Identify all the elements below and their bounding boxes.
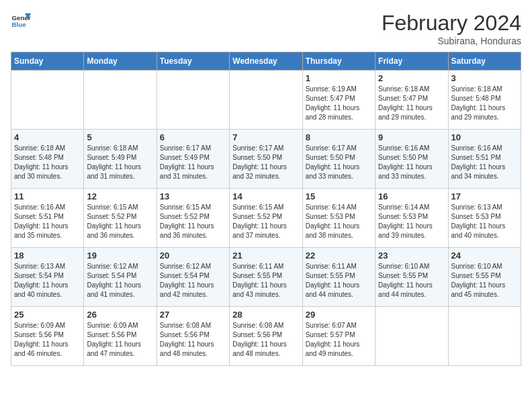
calendar-cell: 18Sunrise: 6:13 AM Sunset: 5:54 PM Dayli… xyxy=(11,248,84,307)
day-number: 15 xyxy=(306,191,372,201)
month-title: February 2024 xyxy=(382,11,521,36)
day-header-thursday: Thursday xyxy=(302,52,375,71)
day-number: 14 xyxy=(232,191,299,201)
day-number: 22 xyxy=(306,250,372,261)
day-info: Sunrise: 6:16 AM Sunset: 5:50 PM Dayligh… xyxy=(378,144,445,181)
calendar-cell: 28Sunrise: 6:08 AM Sunset: 5:56 PM Dayli… xyxy=(230,307,302,366)
calendar-cell: 9Sunrise: 6:16 AM Sunset: 5:50 PM Daylig… xyxy=(375,130,448,189)
logo-icon: General Blue xyxy=(11,11,31,31)
calendar-cell: 5Sunrise: 6:18 AM Sunset: 5:49 PM Daylig… xyxy=(84,130,157,189)
day-number: 8 xyxy=(306,132,372,142)
day-info: Sunrise: 6:13 AM Sunset: 5:53 PM Dayligh… xyxy=(451,203,518,240)
calendar-cell: 23Sunrise: 6:10 AM Sunset: 5:55 PM Dayli… xyxy=(375,248,448,307)
calendar-cell xyxy=(11,71,84,130)
week-row-5: 25Sunrise: 6:09 AM Sunset: 5:56 PM Dayli… xyxy=(11,307,521,366)
day-info: Sunrise: 6:09 AM Sunset: 5:56 PM Dayligh… xyxy=(14,321,81,359)
week-row-4: 18Sunrise: 6:13 AM Sunset: 5:54 PM Dayli… xyxy=(11,248,521,307)
calendar-cell: 29Sunrise: 6:07 AM Sunset: 5:57 PM Dayli… xyxy=(302,307,375,366)
svg-text:Blue: Blue xyxy=(12,21,27,28)
calendar-table: SundayMondayTuesdayWednesdayThursdayFrid… xyxy=(11,52,521,366)
day-number: 4 xyxy=(14,132,81,142)
day-number: 21 xyxy=(232,250,299,261)
calendar-cell: 25Sunrise: 6:09 AM Sunset: 5:56 PM Dayli… xyxy=(11,307,84,366)
day-number: 23 xyxy=(378,250,445,261)
day-header-wednesday: Wednesday xyxy=(230,52,302,71)
day-info: Sunrise: 6:18 AM Sunset: 5:48 PM Dayligh… xyxy=(14,144,81,181)
day-header-tuesday: Tuesday xyxy=(157,52,229,71)
day-number: 2 xyxy=(378,73,445,83)
title-block: February 2024 Subirana, Honduras xyxy=(382,11,521,46)
day-number: 9 xyxy=(378,132,445,142)
day-info: Sunrise: 6:07 AM Sunset: 5:57 PM Dayligh… xyxy=(306,321,372,359)
day-header-saturday: Saturday xyxy=(448,52,521,71)
day-info: Sunrise: 6:14 AM Sunset: 5:53 PM Dayligh… xyxy=(378,203,445,240)
day-number: 3 xyxy=(451,73,518,83)
day-info: Sunrise: 6:16 AM Sunset: 5:51 PM Dayligh… xyxy=(451,144,518,181)
day-number: 16 xyxy=(378,191,445,201)
calendar-cell: 20Sunrise: 6:12 AM Sunset: 5:54 PM Dayli… xyxy=(157,248,229,307)
day-info: Sunrise: 6:17 AM Sunset: 5:50 PM Dayligh… xyxy=(306,144,372,181)
day-header-friday: Friday xyxy=(375,52,448,71)
day-number: 11 xyxy=(14,191,81,201)
calendar-cell xyxy=(84,71,157,130)
calendar-cell: 21Sunrise: 6:11 AM Sunset: 5:55 PM Dayli… xyxy=(230,248,302,307)
calendar-cell: 22Sunrise: 6:11 AM Sunset: 5:55 PM Dayli… xyxy=(302,248,375,307)
day-number: 28 xyxy=(232,310,299,320)
day-info: Sunrise: 6:18 AM Sunset: 5:49 PM Dayligh… xyxy=(87,144,153,181)
calendar-cell: 17Sunrise: 6:13 AM Sunset: 5:53 PM Dayli… xyxy=(448,189,521,248)
calendar-cell xyxy=(448,307,521,366)
week-row-1: 1Sunrise: 6:19 AM Sunset: 5:47 PM Daylig… xyxy=(11,71,521,130)
calendar-cell: 3Sunrise: 6:18 AM Sunset: 5:48 PM Daylig… xyxy=(448,71,521,130)
logo: General Blue xyxy=(11,11,31,31)
day-info: Sunrise: 6:19 AM Sunset: 5:47 PM Dayligh… xyxy=(306,85,372,122)
calendar-cell: 19Sunrise: 6:12 AM Sunset: 5:54 PM Dayli… xyxy=(84,248,157,307)
location-subtitle: Subirana, Honduras xyxy=(382,36,521,46)
day-info: Sunrise: 6:17 AM Sunset: 5:49 PM Dayligh… xyxy=(160,144,226,181)
calendar-cell: 16Sunrise: 6:14 AM Sunset: 5:53 PM Dayli… xyxy=(375,189,448,248)
day-number: 19 xyxy=(87,250,153,261)
calendar-cell: 7Sunrise: 6:17 AM Sunset: 5:50 PM Daylig… xyxy=(230,130,302,189)
calendar-cell: 27Sunrise: 6:08 AM Sunset: 5:56 PM Dayli… xyxy=(157,307,229,366)
calendar-cell xyxy=(157,71,229,130)
day-number: 20 xyxy=(160,250,226,261)
day-number: 17 xyxy=(451,191,518,201)
week-row-2: 4Sunrise: 6:18 AM Sunset: 5:48 PM Daylig… xyxy=(11,130,521,189)
day-number: 12 xyxy=(87,191,153,201)
day-number: 10 xyxy=(451,132,518,142)
day-info: Sunrise: 6:14 AM Sunset: 5:53 PM Dayligh… xyxy=(306,203,372,240)
day-info: Sunrise: 6:15 AM Sunset: 5:52 PM Dayligh… xyxy=(160,203,226,240)
day-number: 27 xyxy=(160,310,226,320)
day-info: Sunrise: 6:08 AM Sunset: 5:56 PM Dayligh… xyxy=(232,321,299,359)
calendar-header-row: SundayMondayTuesdayWednesdayThursdayFrid… xyxy=(11,52,521,71)
day-header-sunday: Sunday xyxy=(11,52,84,71)
day-info: Sunrise: 6:11 AM Sunset: 5:55 PM Dayligh… xyxy=(232,262,299,300)
day-info: Sunrise: 6:09 AM Sunset: 5:56 PM Dayligh… xyxy=(87,321,153,359)
day-info: Sunrise: 6:08 AM Sunset: 5:56 PM Dayligh… xyxy=(160,321,226,359)
day-number: 13 xyxy=(160,191,226,201)
calendar-cell: 15Sunrise: 6:14 AM Sunset: 5:53 PM Dayli… xyxy=(302,189,375,248)
day-number: 25 xyxy=(14,310,81,320)
calendar-cell: 14Sunrise: 6:15 AM Sunset: 5:52 PM Dayli… xyxy=(230,189,302,248)
week-row-3: 11Sunrise: 6:16 AM Sunset: 5:51 PM Dayli… xyxy=(11,189,521,248)
calendar-cell: 8Sunrise: 6:17 AM Sunset: 5:50 PM Daylig… xyxy=(302,130,375,189)
day-info: Sunrise: 6:12 AM Sunset: 5:54 PM Dayligh… xyxy=(87,262,153,300)
day-info: Sunrise: 6:15 AM Sunset: 5:52 PM Dayligh… xyxy=(232,203,299,240)
day-info: Sunrise: 6:17 AM Sunset: 5:50 PM Dayligh… xyxy=(232,144,299,181)
calendar-cell: 12Sunrise: 6:15 AM Sunset: 5:52 PM Dayli… xyxy=(84,189,157,248)
day-number: 6 xyxy=(160,132,226,142)
day-info: Sunrise: 6:15 AM Sunset: 5:52 PM Dayligh… xyxy=(87,203,153,240)
calendar-cell xyxy=(230,71,302,130)
day-number: 29 xyxy=(306,310,372,320)
day-number: 5 xyxy=(87,132,153,142)
calendar-cell: 10Sunrise: 6:16 AM Sunset: 5:51 PM Dayli… xyxy=(448,130,521,189)
calendar-cell: 13Sunrise: 6:15 AM Sunset: 5:52 PM Dayli… xyxy=(157,189,229,248)
page-header: General Blue February 2024 Subirana, Hon… xyxy=(11,11,521,46)
day-info: Sunrise: 6:10 AM Sunset: 5:55 PM Dayligh… xyxy=(378,262,445,300)
calendar-cell: 6Sunrise: 6:17 AM Sunset: 5:49 PM Daylig… xyxy=(157,130,229,189)
day-info: Sunrise: 6:16 AM Sunset: 5:51 PM Dayligh… xyxy=(14,203,81,240)
day-info: Sunrise: 6:11 AM Sunset: 5:55 PM Dayligh… xyxy=(306,262,372,300)
day-number: 24 xyxy=(451,250,518,261)
calendar-cell xyxy=(375,307,448,366)
day-number: 26 xyxy=(87,310,153,320)
calendar-cell: 2Sunrise: 6:18 AM Sunset: 5:47 PM Daylig… xyxy=(375,71,448,130)
